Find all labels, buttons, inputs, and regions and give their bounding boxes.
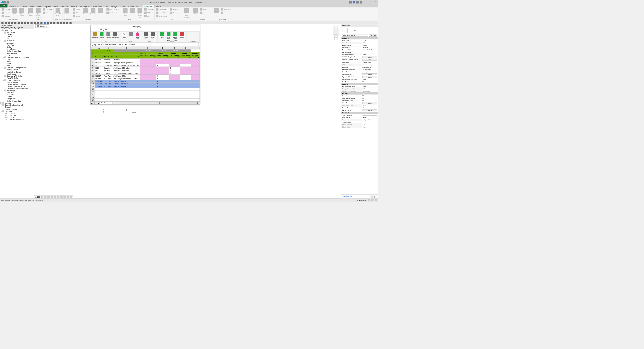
grid-cell[interactable]: 0 <box>156 80 169 83</box>
bimq-minimize[interactable]: — <box>184 25 189 28</box>
grid-cell[interactable] <box>191 82 199 85</box>
grid-cell[interactable]: 9599 <box>95 64 103 67</box>
qat-11[interactable] <box>33 21 36 24</box>
props-row[interactable]: Detail Number1 <box>341 51 378 53</box>
file-tab[interactable]: File <box>0 4 7 7</box>
props-row[interactable]: Color Scheme LocationBackground <box>341 71 378 73</box>
grid-cell[interactable]: 0 <box>156 75 169 77</box>
qat-22[interactable] <box>69 21 72 24</box>
grid-cell[interactable]: Sample Template 2 <box>113 82 140 85</box>
close-button[interactable]: ✕ <box>373 1 377 4</box>
grid-cell[interactable]: Floor Plan <box>103 75 113 77</box>
tree-node-floor-plans[interactable]: [-]Floor Plans <box>0 31 33 34</box>
tree-node-section-perspective[interactable]: Section Perspective <box>0 100 33 102</box>
grid-cell[interactable] <box>95 93 103 96</box>
grid-cell[interactable] <box>113 99 140 101</box>
grid-cell[interactable] <box>191 61 199 64</box>
grid-cell[interactable] <box>156 88 169 90</box>
grid-cell[interactable] <box>140 96 156 99</box>
qat-13[interactable] <box>40 21 43 24</box>
props-row[interactable]: View Template <box>341 114 378 116</box>
grid-cell[interactable] <box>103 99 113 101</box>
grid-cell[interactable] <box>169 82 180 85</box>
tree-node-solar-analysis[interactable]: Solar Analysis <box>0 52 33 54</box>
grid-cell[interactable] <box>140 75 156 77</box>
props-value[interactable]: Edit... <box>362 76 378 78</box>
props-value[interactable]: Background <box>362 71 378 73</box>
grid-cell[interactable]: 0 <box>169 69 180 72</box>
grid-cell[interactable]: Floor Plan <box>103 80 113 83</box>
vc-render[interactable] <box>54 196 56 198</box>
props-row[interactable]: Default Analysis Displa...None <box>341 78 378 81</box>
vc-visual-style[interactable] <box>44 196 46 198</box>
props-value[interactable]: None <box>362 53 378 56</box>
qat-15[interactable] <box>46 21 49 24</box>
qat-6[interactable] <box>17 21 20 24</box>
ribbon-btn-import[interactable]: Import ▾ <box>1 15 11 18</box>
grid-cell[interactable]: Floor Plan <box>103 82 113 85</box>
props-group-identity-data[interactable]: Identity Data <box>341 112 378 114</box>
ribbon-btn-about[interactable]: About <box>213 8 220 15</box>
props-row[interactable]: Range: Top LevelUnbounded <box>341 88 378 90</box>
grid-cell[interactable] <box>169 96 180 99</box>
tree-node-stair-section[interactable]: Stair Section <box>0 73 33 75</box>
ribbon-btn-crop-region[interactable]: Crop Region ▾ <box>155 15 169 18</box>
grid-cell[interactable]: 961260 <box>95 61 103 64</box>
props-value[interactable]: Normal <box>362 44 378 46</box>
filter-header[interactable]: Depth Clipping▾ <box>156 55 169 58</box>
qat-7[interactable] <box>20 21 23 24</box>
tree-node-a001---title-sheet[interactable]: A001 - Title Sheet <box>0 112 33 114</box>
tree-expand-icon[interactable]: [-] <box>2 56 4 58</box>
sb-icon-2[interactable] <box>371 199 373 201</box>
tree-expand-icon[interactable]: [-] <box>2 90 4 91</box>
grid-cell[interactable] <box>103 93 113 96</box>
qat-18[interactable] <box>56 21 59 24</box>
ribbon-btn-on[interactable]: ON ▾ <box>144 15 153 18</box>
bimq-apply-and-close-button[interactable]: Apply andClose <box>165 32 172 41</box>
grid-cell[interactable] <box>169 64 180 67</box>
bimq-open-xls-button[interactable]: Open XLS <box>150 32 156 39</box>
props-value[interactable]: Level 1 <box>362 116 378 119</box>
col-header[interactable]: F <box>169 47 180 49</box>
props-value[interactable]: None <box>362 85 378 88</box>
grid-cell[interactable]: 0 <box>156 82 169 85</box>
ribbon-btn-legend[interactable]: Legend <box>97 8 104 15</box>
grid-cell[interactable]: Architectural Elevation <box>113 67 140 69</box>
grid-cell[interactable] <box>140 67 156 69</box>
props-row[interactable]: Crop Region Visible☐ <box>341 97 378 99</box>
grid-cell[interactable]: 9605 <box>95 67 103 69</box>
props-row[interactable]: Show Hidden LinesBy Discipline <box>341 68 378 71</box>
bimq-close-button[interactable]: Close <box>179 32 185 38</box>
props-row[interactable]: Range: Base LevelNone <box>341 85 378 88</box>
filter-header[interactable]: Type▾ <box>113 55 140 58</box>
col-header[interactable]: H <box>191 47 199 49</box>
tree-node-south[interactable]: South <box>0 62 33 65</box>
grid-cell[interactable] <box>191 93 199 96</box>
tree-node-views--all-[interactable]: [-]Views (all) <box>0 29 33 31</box>
props-value[interactable]: Medium <box>362 46 378 49</box>
grid-cell[interactable]: Architectural Reflected Ceiling Plan <box>113 64 140 67</box>
grid-cell[interactable] <box>180 99 191 101</box>
grid-cell[interactable] <box>191 96 199 99</box>
grid-cell[interactable] <box>169 101 180 101</box>
grid-cell[interactable] <box>140 90 156 93</box>
ribbon-btn-text[interactable]: Text ▾ <box>72 15 82 18</box>
grid-cell[interactable]: 960889 <box>95 77 103 80</box>
tree-node-a103---elevations-sections[interactable]: A103 - Elevations/Sections <box>0 118 33 120</box>
qat-icon-2[interactable] <box>7 1 9 4</box>
grid-cell[interactable]: Sample Template 3 <box>113 85 140 88</box>
tree-node-sheets--all-[interactable]: [-]Sheets (all) <box>0 110 33 112</box>
props-value[interactable]: Independent <box>362 119 378 121</box>
tree-node-renderings[interactable]: [-]Renderings <box>0 89 33 91</box>
props-row[interactable]: Wall Join DisplayClean all wall joins <box>341 64 378 66</box>
grid-cell[interactable] <box>191 58 199 61</box>
grid-cell[interactable] <box>191 67 199 69</box>
bimq-save-xls-button[interactable]: Save XLS <box>143 32 149 39</box>
props-row[interactable]: Color SchemeName <box>341 73 378 76</box>
qat-save[interactable] <box>1 21 4 24</box>
ribbon-btn-align[interactable]: Align ▾ <box>72 11 82 14</box>
ribbon-btn-filter[interactable]: Filter ▾ <box>200 8 211 11</box>
tree-node-approach[interactable]: Approach <box>0 42 33 44</box>
grid-cell[interactable] <box>180 88 191 90</box>
tree-expand-icon[interactable]: [-] <box>2 67 4 69</box>
